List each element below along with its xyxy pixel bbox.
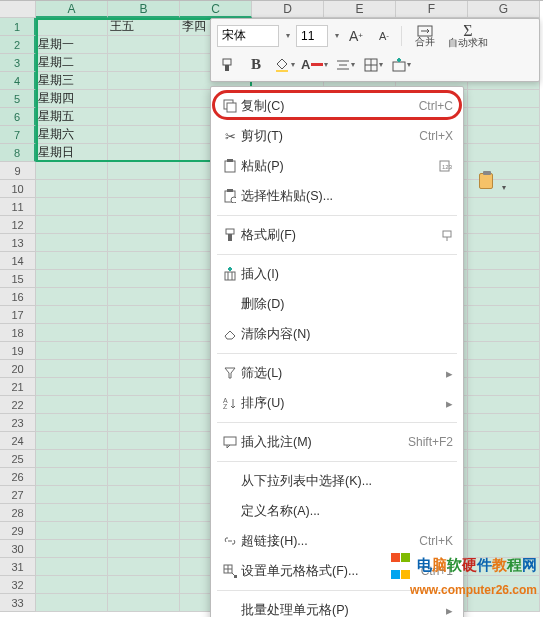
menu-copy[interactable]: 复制(C) Ctrl+C: [211, 91, 463, 121]
cell[interactable]: [36, 486, 108, 504]
cell[interactable]: [108, 342, 180, 360]
cell[interactable]: [468, 270, 540, 288]
cell[interactable]: [108, 216, 180, 234]
cell[interactable]: [468, 468, 540, 486]
row-header[interactable]: 6: [0, 108, 36, 126]
cell[interactable]: 星期一: [36, 36, 108, 54]
menu-paste[interactable]: 粘贴(P) 123: [211, 151, 463, 181]
menu-define-name[interactable]: 定义名称(A)...: [211, 496, 463, 526]
cell[interactable]: [108, 288, 180, 306]
cell[interactable]: [36, 432, 108, 450]
row-header[interactable]: 9: [0, 162, 36, 180]
menu-cut[interactable]: ✂ 剪切(T) Ctrl+X: [211, 121, 463, 151]
cell[interactable]: [108, 252, 180, 270]
row-header[interactable]: 30: [0, 540, 36, 558]
col-header-E[interactable]: E: [324, 1, 396, 18]
cell[interactable]: [468, 324, 540, 342]
row-header[interactable]: 8: [0, 144, 36, 162]
cell[interactable]: 星期三: [36, 72, 108, 90]
cell[interactable]: [36, 180, 108, 198]
row-header[interactable]: 7: [0, 126, 36, 144]
row-header[interactable]: 27: [0, 486, 36, 504]
cell[interactable]: [108, 306, 180, 324]
cell[interactable]: [468, 432, 540, 450]
cell[interactable]: [108, 432, 180, 450]
insert-cells-button[interactable]: ▾: [390, 54, 412, 76]
col-header-D[interactable]: D: [252, 1, 324, 18]
cell[interactable]: [36, 324, 108, 342]
cell[interactable]: [108, 108, 180, 126]
row-header[interactable]: 1: [0, 18, 36, 36]
row-header[interactable]: 17: [0, 306, 36, 324]
row-header[interactable]: 26: [0, 468, 36, 486]
cell[interactable]: [108, 594, 180, 612]
row-header[interactable]: 21: [0, 378, 36, 396]
col-header-A[interactable]: A: [36, 1, 108, 18]
menu-insert[interactable]: 插入(I): [211, 259, 463, 289]
cell[interactable]: [36, 360, 108, 378]
cell[interactable]: 星期二: [36, 54, 108, 72]
cell[interactable]: 王五: [108, 18, 180, 36]
cell[interactable]: [36, 468, 108, 486]
row-header[interactable]: 5: [0, 90, 36, 108]
cell[interactable]: [108, 576, 180, 594]
cell[interactable]: [108, 360, 180, 378]
cell[interactable]: [36, 162, 108, 180]
col-header-G[interactable]: G: [468, 1, 540, 18]
decrease-font-button[interactable]: A-: [373, 25, 395, 47]
cell[interactable]: [468, 288, 540, 306]
cell[interactable]: [108, 180, 180, 198]
font-family-input[interactable]: [217, 25, 279, 47]
row-header[interactable]: 32: [0, 576, 36, 594]
select-all-corner[interactable]: [0, 1, 36, 18]
row-header[interactable]: 10: [0, 180, 36, 198]
cell[interactable]: [108, 558, 180, 576]
borders-button[interactable]: ▾: [362, 54, 384, 76]
autosum-button[interactable]: Σ 自动求和: [448, 25, 488, 47]
cell[interactable]: [468, 486, 540, 504]
merge-cells-button[interactable]: 合并: [408, 25, 442, 47]
paste-options-icon[interactable]: 123: [431, 160, 453, 172]
align-button[interactable]: ▾: [334, 54, 356, 76]
cell[interactable]: [36, 234, 108, 252]
cell[interactable]: [108, 468, 180, 486]
row-header[interactable]: 11: [0, 198, 36, 216]
cell[interactable]: 星期六: [36, 126, 108, 144]
cell[interactable]: [468, 396, 540, 414]
menu-delete[interactable]: 删除(D): [211, 289, 463, 319]
row-header[interactable]: 24: [0, 432, 36, 450]
cell[interactable]: [468, 450, 540, 468]
cell[interactable]: [108, 198, 180, 216]
cell[interactable]: [468, 378, 540, 396]
cell[interactable]: [36, 270, 108, 288]
row-header[interactable]: 23: [0, 414, 36, 432]
cell[interactable]: [36, 18, 108, 36]
col-header-B[interactable]: B: [108, 1, 180, 18]
row-header[interactable]: 4: [0, 72, 36, 90]
row-header[interactable]: 2: [0, 36, 36, 54]
cell[interactable]: [468, 522, 540, 540]
format-painter-pin-icon[interactable]: [431, 229, 453, 241]
font-size-dropdown-icon[interactable]: ▾: [335, 31, 339, 40]
paste-options-floating-button[interactable]: ▾: [474, 170, 498, 192]
cell[interactable]: [36, 450, 108, 468]
cell[interactable]: [468, 504, 540, 522]
fill-color-button[interactable]: ▾: [273, 54, 295, 76]
cell[interactable]: [108, 90, 180, 108]
cell[interactable]: [468, 252, 540, 270]
col-header-C[interactable]: C: [180, 1, 252, 18]
row-header[interactable]: 29: [0, 522, 36, 540]
cell[interactable]: [36, 558, 108, 576]
row-header[interactable]: 16: [0, 288, 36, 306]
cell[interactable]: [36, 216, 108, 234]
cell[interactable]: [36, 396, 108, 414]
cell[interactable]: [108, 270, 180, 288]
cell[interactable]: [108, 162, 180, 180]
cell[interactable]: [36, 414, 108, 432]
cell[interactable]: [36, 504, 108, 522]
increase-font-button[interactable]: A+: [345, 25, 367, 47]
menu-clear[interactable]: 清除内容(N): [211, 319, 463, 349]
cell[interactable]: [108, 504, 180, 522]
cell[interactable]: [36, 198, 108, 216]
cell[interactable]: [108, 378, 180, 396]
